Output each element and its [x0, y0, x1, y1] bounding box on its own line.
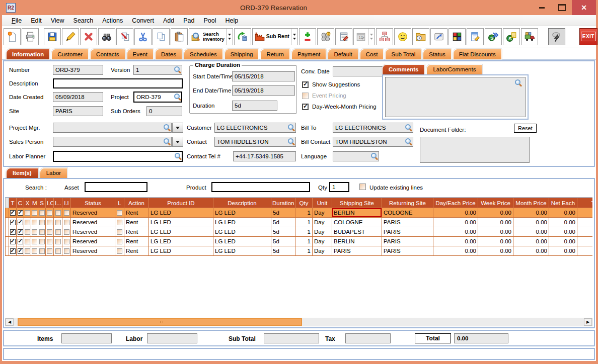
- date-created-field[interactable]: [53, 92, 103, 102]
- scroll-right-icon[interactable]: ▶: [584, 318, 592, 326]
- tab-contacts[interactable]: Contacts: [90, 49, 125, 59]
- cell-net-each[interactable]: 0.00: [549, 227, 577, 237]
- cell-total[interactable]: [577, 218, 593, 227]
- customer-field[interactable]: [214, 123, 296, 133]
- language-lookup-icon[interactable]: [371, 153, 378, 159]
- checkbox-i-dots[interactable]: [55, 248, 61, 254]
- cell-shipping-site[interactable]: PARIS: [332, 246, 382, 256]
- cell-returning-site[interactable]: COLOGNE: [382, 208, 433, 218]
- document-folder-box[interactable]: [420, 137, 530, 163]
- labor-planner-field[interactable]: [53, 151, 183, 162]
- col-month-price[interactable]: Month Price: [513, 198, 549, 208]
- col-m[interactable]: M: [31, 198, 38, 208]
- cell-qty[interactable]: 1: [295, 227, 313, 237]
- col-shipping-site[interactable]: Shipping Site: [332, 198, 382, 208]
- org-chart-icon[interactable]: [376, 28, 393, 45]
- minimize-icon[interactable]: [532, 0, 552, 15]
- duration-field[interactable]: [232, 101, 277, 111]
- tab-return[interactable]: Return: [260, 49, 290, 59]
- checkbox-m[interactable]: [32, 248, 37, 254]
- tab-labor-comments[interactable]: LaborComments: [426, 64, 482, 74]
- table-row[interactable]: Reserved Rent LG LED LG LED 5d 1 Day BUD…: [6, 227, 593, 237]
- cell-week-price[interactable]: 0.00: [478, 227, 513, 237]
- checkbox-c[interactable]: [18, 210, 23, 216]
- cell-shipping-site[interactable]: BERLIN: [332, 237, 382, 246]
- cell-week-price[interactable]: 0.00: [478, 237, 513, 246]
- cell-qty[interactable]: 1: [295, 246, 313, 256]
- checkbox-m[interactable]: [32, 210, 37, 216]
- col-unit[interactable]: Unit: [313, 198, 332, 208]
- cell-qty[interactable]: 1: [295, 218, 313, 227]
- show-suggestions-checkbox[interactable]: [302, 81, 309, 88]
- col-net-each[interactable]: Net Each: [549, 198, 577, 208]
- cell-net-each[interactable]: 0.00: [549, 237, 577, 246]
- cell-net-each[interactable]: 0.00: [549, 208, 577, 218]
- tab-payment[interactable]: Payment: [291, 49, 326, 59]
- site-field[interactable]: [53, 106, 103, 116]
- cell-day-each-price[interactable]: 0.00: [433, 208, 478, 218]
- cell-day-each-price[interactable]: 0.00: [433, 237, 478, 246]
- cell-product-id[interactable]: LG LED: [149, 227, 213, 237]
- checkbox-x[interactable]: [25, 248, 30, 254]
- shortcut-key-icon[interactable]: [430, 28, 447, 45]
- checkbox-i-dots[interactable]: [55, 239, 61, 244]
- cell-week-price[interactable]: 0.00: [478, 218, 513, 227]
- customer-lookup-icon[interactable]: [288, 124, 294, 131]
- tab-shipping[interactable]: Shipping: [225, 49, 259, 59]
- contact-tel-field[interactable]: [233, 151, 296, 161]
- col-action[interactable]: Action: [124, 198, 149, 208]
- checkbox-i-dots[interactable]: [55, 229, 61, 235]
- sub-rent-dropdown-icon[interactable]: [291, 29, 296, 45]
- bill-to-field[interactable]: [333, 123, 413, 133]
- new-document-icon[interactable]: [4, 28, 21, 45]
- day-week-month-checkbox[interactable]: [302, 104, 309, 110]
- cell-returning-site[interactable]: PARIS: [382, 227, 433, 237]
- col-x[interactable]: X: [24, 198, 31, 208]
- cell-description[interactable]: LG LED: [213, 237, 271, 246]
- cell-qty[interactable]: 1: [295, 237, 313, 246]
- checkbox-ii[interactable]: [64, 220, 69, 225]
- notepad-icon[interactable]: [335, 28, 352, 45]
- cell-action[interactable]: Rent: [124, 246, 149, 256]
- scrollbar-track[interactable]: [14, 318, 584, 326]
- sub-rent-button[interactable]: Sub Rent: [252, 28, 298, 45]
- checkbox-t[interactable]: [10, 239, 16, 244]
- project-lookup-icon[interactable]: [174, 94, 181, 100]
- col-product-id[interactable]: Product ID: [149, 198, 213, 208]
- col-returning-site[interactable]: Returning Site: [382, 198, 433, 208]
- app-icon[interactable]: R2: [6, 3, 16, 13]
- cell-description[interactable]: LG LED: [213, 208, 271, 218]
- col-week-price[interactable]: Week Price: [478, 198, 513, 208]
- cell-returning-site[interactable]: PARIS: [382, 237, 433, 246]
- col-i-dots[interactable]: I...: [54, 198, 62, 208]
- cell-status[interactable]: Reserved: [71, 246, 115, 256]
- pool-icon[interactable]: ?: [317, 28, 334, 45]
- tab-information[interactable]: Information: [6, 49, 50, 59]
- tab-default[interactable]: Default: [328, 49, 358, 59]
- col-t[interactable]: T: [9, 198, 17, 208]
- checkbox-l[interactable]: [117, 210, 122, 216]
- table-row[interactable]: Reserved Rent LG LED LG LED 5d 1 Day BER…: [6, 237, 593, 246]
- project-mgr-field[interactable]: [53, 123, 172, 133]
- bill-contact-field[interactable]: [333, 137, 413, 147]
- cell-description[interactable]: LG LED: [213, 218, 271, 227]
- cell-day-each-price[interactable]: 0.00: [433, 218, 478, 227]
- sales-person-dropdown[interactable]: [172, 137, 183, 147]
- cell-month-price[interactable]: 0.00: [513, 218, 549, 227]
- end-date-field[interactable]: [232, 85, 295, 96]
- checkbox-x[interactable]: [25, 239, 30, 244]
- tab-comments[interactable]: Comments: [382, 64, 425, 74]
- scroll-left-icon[interactable]: ◀: [6, 318, 14, 326]
- col-total[interactable]: Total: [577, 198, 593, 208]
- cube-stack-icon[interactable]: [448, 28, 466, 45]
- labor-planner-lookup-icon[interactable]: [175, 153, 181, 159]
- search-inventory-button[interactable]: SearchInventory: [189, 28, 233, 45]
- tab-items[interactable]: Item(s): [6, 168, 38, 178]
- checkbox-m[interactable]: [32, 229, 37, 235]
- cell-shipping-site[interactable]: BERLIN: [332, 208, 382, 218]
- tab-labor[interactable]: Labor: [40, 168, 67, 178]
- col-duration[interactable]: Duration: [271, 198, 295, 208]
- cell-total[interactable]: [577, 227, 593, 237]
- col-status[interactable]: Status: [71, 198, 115, 208]
- cell-product-id[interactable]: LG LED: [149, 246, 213, 256]
